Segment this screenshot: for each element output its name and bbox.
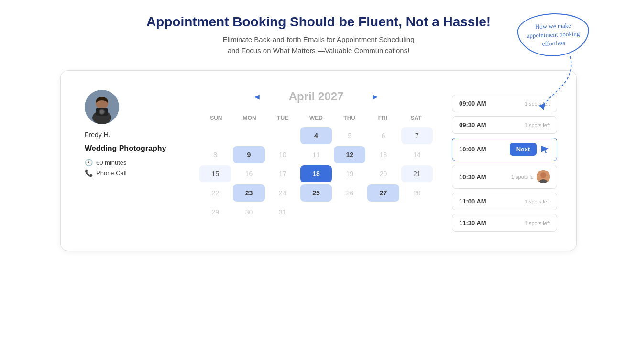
cal-cell-9[interactable]: 9 [233, 146, 264, 163]
bubble-annotation: How we make appointment booking effortle… [522, 13, 599, 61]
spots-label-1030: 1 spots le [511, 174, 534, 180]
cal-cell-17: 17 [267, 165, 298, 182]
slot-detail-1030: 1 spots le [511, 170, 550, 183]
calendar-grid: SUN MON TUE WED THU FRI SAT 4 5 [199, 113, 433, 221]
bubble-text: How we make appointment booking effortle… [516, 12, 590, 57]
next-button[interactable]: Next [510, 143, 537, 156]
slot-action-1000: Next [510, 143, 550, 156]
time-label-1030: 10:30 AM [459, 173, 486, 181]
cal-cell-7[interactable]: 7 [401, 127, 433, 144]
cal-week-1: 4 5 6 7 [199, 127, 433, 144]
time-slot-1030[interactable]: 10:30 AM 1 spots le [452, 165, 557, 189]
cal-cell-28: 28 [401, 184, 433, 202]
cal-cell-6: 6 [367, 127, 399, 144]
prev-month-button[interactable]: ◀ [251, 91, 264, 102]
cal-cell-14: 14 [401, 146, 433, 163]
calendar-month-year: April 2027 [273, 90, 359, 103]
time-slot-1100[interactable]: 11:00 AM 1 spots left [452, 193, 557, 210]
clock-icon: 🕐 [85, 159, 93, 166]
slot-avatar-1030 [537, 170, 550, 183]
cal-cell-18[interactable]: 18 [300, 165, 332, 182]
cal-cell-24: 24 [267, 184, 298, 202]
days-header: SUN MON TUE WED THU FRI SAT [199, 113, 433, 123]
photographer-name: Fredy H. [85, 131, 180, 139]
cal-cell-10: 10 [267, 146, 298, 163]
cal-cell-empty [367, 203, 399, 221]
cal-week-3: 15 16 17 18 19 20 21 [199, 165, 433, 182]
cal-cell-empty [233, 127, 264, 144]
spots-label-1130: 1 spots left [525, 220, 550, 226]
cal-cell-30: 30 [233, 203, 264, 221]
time-slot-0930[interactable]: 09:30 AM 1 spots left [452, 116, 557, 134]
duration-item: 🕐 60 minutes [85, 159, 180, 166]
cal-cell-20: 20 [367, 165, 399, 182]
cal-cell-27[interactable]: 27 [367, 184, 399, 202]
time-slot-1130[interactable]: 11:30 AM 1 spots left [452, 214, 557, 232]
cal-cell-26: 26 [334, 184, 365, 202]
cal-cell-22: 22 [199, 184, 231, 202]
svg-point-9 [540, 172, 546, 178]
cal-cell-8: 8 [199, 146, 231, 163]
avatar-image [85, 90, 119, 124]
cal-week-5: 29 30 31 [199, 203, 433, 221]
cal-cell-12[interactable]: 12 [334, 146, 365, 163]
left-panel: Fredy H. Wedding Photography 🕐 60 minute… [85, 90, 180, 232]
svg-marker-0 [539, 103, 545, 110]
page-wrapper: Appointment Booking Should be Fluent, No… [0, 0, 637, 364]
spots-label-0930: 1 spots left [525, 122, 550, 128]
booking-card: Fredy H. Wedding Photography 🕐 60 minute… [60, 70, 577, 251]
cal-cell-13: 13 [367, 146, 399, 163]
time-label-1100: 11:00 AM [459, 198, 486, 205]
cal-cell-31: 31 [267, 203, 298, 221]
cal-cell-4[interactable]: 4 [300, 127, 332, 144]
cal-cell-21[interactable]: 21 [401, 165, 433, 182]
next-month-button[interactable]: ▶ [369, 91, 382, 102]
cal-cell-empty [334, 203, 365, 221]
service-details: 🕐 60 minutes 📞 Phone Call [85, 159, 180, 177]
time-label-0900: 09:00 AM [459, 100, 486, 107]
cal-cell-29: 29 [199, 203, 231, 221]
cal-cell-15[interactable]: 15 [199, 165, 231, 182]
spots-label-1100: 1 spots left [525, 199, 550, 204]
cal-cell-11: 11 [300, 146, 332, 163]
cal-cell-empty [300, 203, 332, 221]
phone-icon: 📞 [85, 169, 93, 177]
cal-cell-5: 5 [334, 127, 365, 144]
cal-cell-16: 16 [233, 165, 264, 182]
calendar-panel: ◀ April 2027 ▶ SUN MON TUE WED THU FRI S… [199, 90, 433, 232]
dashed-arrow-icon [532, 54, 580, 111]
time-label-0930: 09:30 AM [459, 121, 486, 128]
cal-week-2: 8 9 10 11 12 13 14 [199, 146, 433, 163]
time-slot-1000[interactable]: 10:00 AM Next [452, 138, 557, 161]
time-label-1130: 11:30 AM [459, 219, 486, 226]
svg-marker-7 [541, 146, 549, 153]
cal-cell-25[interactable]: 25 [300, 184, 332, 202]
cal-cell-23[interactable]: 23 [233, 184, 264, 202]
service-name: Wedding Photography [85, 144, 180, 153]
svg-point-6 [100, 110, 104, 114]
cal-cell-19: 19 [334, 165, 365, 182]
cursor-icon [540, 145, 550, 154]
contact-item: 📞 Phone Call [85, 169, 180, 177]
cal-week-4: 22 23 24 25 26 27 28 [199, 184, 433, 202]
calendar-header: ◀ April 2027 ▶ [199, 90, 433, 103]
cal-cell-empty [267, 127, 298, 144]
calendar-weeks: 4 5 6 7 8 9 10 11 12 13 14 [199, 127, 433, 221]
cal-cell-empty [401, 203, 433, 221]
avatar [85, 90, 119, 124]
time-label-1000: 10:00 AM [459, 146, 486, 153]
cal-cell-empty [199, 127, 231, 144]
